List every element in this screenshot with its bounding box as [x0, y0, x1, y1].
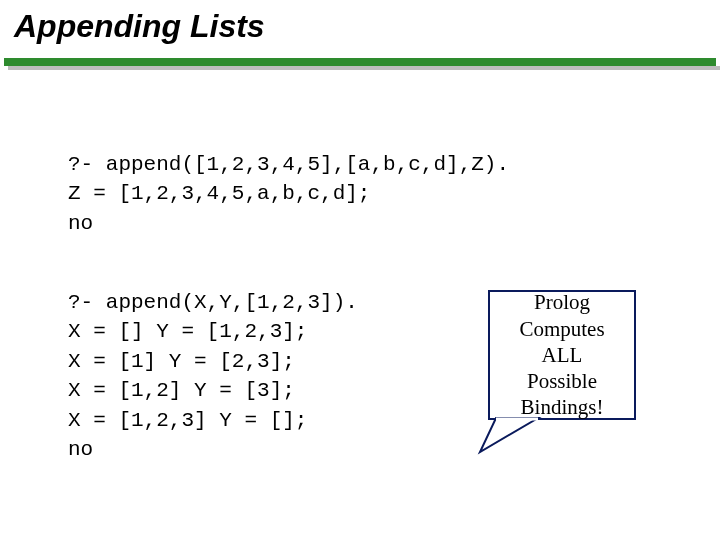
callout-tail-icon [480, 418, 540, 458]
callout-text: Prolog Computes ALL Possible Bindings! [519, 289, 604, 420]
title-rule-shadow [8, 66, 720, 70]
slide-title: Appending Lists [14, 8, 265, 45]
title-rule [4, 58, 716, 66]
callout-box: Prolog Computes ALL Possible Bindings! [488, 290, 636, 420]
code-example-1: ?- append([1,2,3,4,5],[a,b,c,d],Z). Z = … [68, 150, 509, 238]
code-example-2: ?- append(X,Y,[1,2,3]). X = [] Y = [1,2,… [68, 288, 358, 464]
svg-marker-0 [480, 418, 538, 452]
slide: Appending Lists ?- append([1,2,3,4,5],[a… [0, 0, 720, 540]
